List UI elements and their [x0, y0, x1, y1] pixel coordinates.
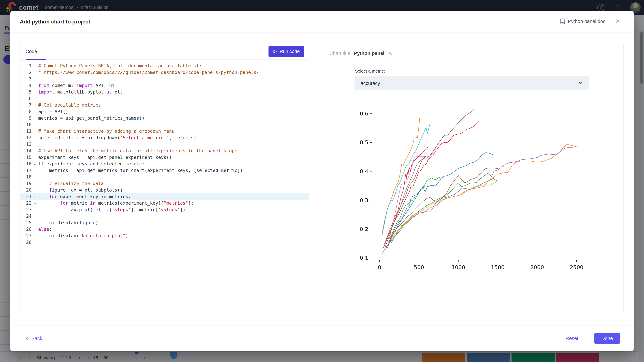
brand-name: comet	[19, 4, 38, 11]
chart-title-label: Chart title	[330, 51, 350, 56]
code-line-12[interactable]: 12selected_metric = ui.dropdown('Select …	[20, 134, 309, 141]
code-line-17[interactable]: 17 metrics = api.get_metrics_for_chart(e…	[20, 167, 309, 174]
fold-gutter	[32, 239, 38, 246]
back-button[interactable]: ‹ Back	[26, 335, 42, 342]
code-line-8[interactable]: 8api = API()	[20, 108, 309, 115]
fold-gutter	[32, 213, 38, 219]
code-editor[interactable]: 1# Comet Python Panels BETA, full docume…	[20, 60, 309, 246]
code-line-28[interactable]: 28	[20, 239, 309, 246]
bottom-strip: |‹ ‹ Showing 1-16 ▼ of 16 › ›| 60	[0, 351, 644, 362]
fold-gutter	[32, 206, 38, 213]
line-number: 9	[20, 115, 32, 121]
tab-code[interactable]: Code	[26, 43, 37, 60]
code-line-11[interactable]: 11# Make chart interactive by adding a d…	[20, 128, 309, 134]
select-metric-label: Select a metric:	[355, 68, 385, 74]
fold-chevron-icon[interactable]: ⌄	[32, 193, 38, 200]
fold-gutter	[32, 76, 38, 82]
code-line-5[interactable]: 5import matplotlib.pyplot as plt	[20, 89, 309, 95]
line-number: 1	[20, 62, 32, 69]
flag-icon[interactable]: ⚐	[614, 3, 620, 12]
code-text: ui.display("No data to plot")	[38, 232, 309, 239]
background-bar	[467, 353, 510, 362]
svg-text:0: 0	[378, 264, 381, 271]
code-line-21[interactable]: 21⌄ for experiment_key in metrics:	[20, 193, 309, 200]
background-chart-gridline	[111, 358, 317, 358]
code-line-20[interactable]: 20 figure, ax = plt.subplots()	[20, 187, 309, 193]
code-text: # Visualize the data	[38, 180, 309, 187]
code-text: from comet_ml import API, ui	[38, 82, 309, 89]
code-line-4[interactable]: 4from comet_ml import API, ui	[20, 82, 309, 89]
breadcrumb-project[interactable]: cifar10-vision	[81, 5, 109, 10]
line-number: 18	[20, 174, 32, 180]
svg-text:2000: 2000	[530, 264, 544, 271]
fold-chevron-icon[interactable]: ⌄	[32, 200, 38, 206]
code-line-13[interactable]: 13	[20, 141, 309, 147]
line-number: 12	[20, 134, 32, 141]
pagination-last-icon[interactable]: ›|	[144, 355, 147, 361]
code-text	[38, 121, 309, 128]
code-text: ui.display(figure)	[38, 219, 309, 226]
close-icon[interactable]: ✕	[615, 18, 620, 25]
code-line-15[interactable]: 15experiment_keys = api.get_panel_experi…	[20, 154, 309, 161]
modal-header: Add python chart to project Python panel…	[10, 11, 634, 33]
breadcrumb-workspace[interactable]: comet-demos	[45, 5, 74, 10]
svg-text:0.4: 0.4	[360, 168, 368, 174]
done-button[interactable]: Done	[594, 333, 620, 344]
scrollbar-thumb[interactable]	[640, 32, 643, 84]
code-line-24[interactable]: 24	[20, 213, 309, 219]
help-icon[interactable]: ?	[597, 4, 604, 11]
pagination-range[interactable]: 1-16	[62, 355, 71, 361]
code-line-25[interactable]: 25 ui.display(figure)	[20, 219, 309, 226]
code-line-2[interactable]: 2# https://www.comet.com/docs/v2/guides/…	[20, 69, 309, 76]
code-line-6[interactable]: 6	[20, 95, 309, 102]
fold-gutter	[32, 62, 38, 69]
fold-gutter	[32, 115, 38, 121]
code-text: # Comet Python Panels BETA, full documen…	[38, 62, 309, 69]
fold-gutter	[32, 108, 38, 115]
fold-gutter	[32, 180, 38, 187]
pagination-caret-icon[interactable]: ▼	[78, 356, 81, 360]
svg-text:500: 500	[414, 264, 424, 271]
code-line-26[interactable]: 26⌄else:	[20, 226, 309, 232]
fold-chevron-icon[interactable]: ⌄	[32, 226, 38, 232]
line-number: 16	[20, 161, 32, 167]
svg-text:0.1: 0.1	[360, 255, 368, 261]
line-number: 21	[20, 193, 32, 200]
fold-chevron-icon[interactable]: ⌄	[32, 161, 38, 167]
reset-button[interactable]: Reset	[566, 336, 578, 341]
pagination-of-label: of 16	[88, 355, 98, 361]
code-line-7[interactable]: 7# Get available metrics	[20, 102, 309, 108]
code-line-3[interactable]: 3	[20, 76, 309, 82]
pagination-prev-icon[interactable]: ‹	[28, 355, 30, 361]
code-line-9[interactable]: 9metrics = api.get_panel_metrics_names()	[20, 115, 309, 121]
python-panel-doc-link[interactable]: Python panel doc	[560, 18, 606, 24]
code-line-19[interactable]: 19 # Visualize the data	[20, 180, 309, 187]
chevron-left-icon: ‹	[26, 335, 28, 342]
code-text	[38, 239, 309, 246]
code-text: for metric in metrics[experiment_key]["m…	[38, 200, 309, 206]
code-line-1[interactable]: 1# Comet Python Panels BETA, full docume…	[20, 62, 309, 69]
code-line-14[interactable]: 14# Use API to fetch the metric data for…	[20, 147, 309, 154]
code-line-23[interactable]: 23 ax.plot(metric['steps'], metric['valu…	[20, 206, 309, 213]
code-line-18[interactable]: 18	[20, 174, 309, 180]
accuracy-line-chart: 0.10.20.30.40.50.605001000150020002500	[355, 96, 588, 274]
svg-text:0.6: 0.6	[360, 110, 368, 117]
pagination-first-icon[interactable]: |‹	[18, 355, 22, 361]
fold-gutter	[32, 121, 38, 128]
page-scrollbar[interactable]	[639, 30, 644, 362]
edit-pencil-icon[interactable]: ✎	[388, 50, 392, 56]
run-code-button[interactable]: Run code	[268, 46, 304, 57]
chevron-down-icon	[578, 81, 583, 85]
code-line-10[interactable]: 10	[20, 121, 309, 128]
code-line-27[interactable]: 27 ui.display("No data to plot")	[20, 232, 309, 239]
code-line-22[interactable]: 22⌄ for metric in metrics[experiment_key…	[20, 200, 309, 206]
line-number: 2	[20, 69, 32, 76]
pagination-next-icon[interactable]: ›	[135, 355, 137, 361]
play-icon	[273, 49, 277, 53]
metric-dropdown[interactable]: accuracy	[354, 76, 589, 90]
svg-text:2500: 2500	[570, 264, 583, 271]
fold-gutter	[32, 141, 38, 147]
line-number: 25	[20, 219, 32, 226]
book-icon	[560, 18, 565, 24]
code-line-16[interactable]: 16⌄if experiment_keys and selected_metri…	[20, 161, 309, 167]
